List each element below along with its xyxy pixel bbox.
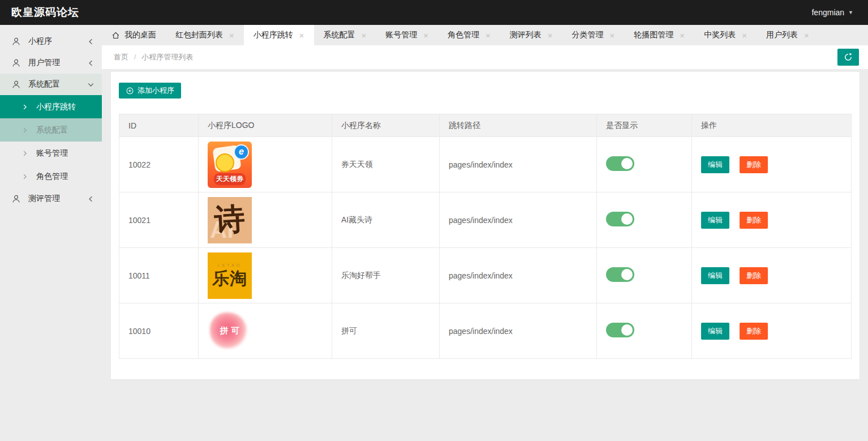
cell-path: pages/index/index (440, 137, 597, 192)
cell-visible (597, 192, 692, 248)
tab[interactable]: 角色管理 × (438, 25, 500, 45)
toggle-knob (621, 269, 633, 280)
person-icon (11, 80, 21, 89)
sidebar-item[interactable]: 系统配置 (0, 74, 102, 95)
cell-name: 券天天领 (332, 137, 440, 192)
logo-text: 乐淘 (212, 267, 247, 290)
breadcrumb-home[interactable]: 首页 (114, 52, 128, 62)
chevron-right-icon (22, 151, 28, 156)
sidebar-subitem-label: 系统配置 (36, 125, 68, 135)
top-bar: 欧皇源码论坛 fengmian ▼ (0, 0, 868, 25)
sidebar-subitem-label: 小程序跳转 (36, 102, 76, 112)
logo-text: 拼可 (217, 326, 243, 336)
tab[interactable]: 小程序跳转 × (244, 25, 314, 45)
sidebar: 小程序 用户管理 系统配置 (0, 25, 102, 441)
tab-label: 红包封面列表 (175, 30, 223, 40)
cell-actions: 编辑 删除 (692, 248, 852, 303)
toggle-knob (621, 213, 633, 225)
cell-id: 10010 (119, 303, 199, 359)
chevron-right-icon (22, 174, 28, 179)
refresh-icon (843, 52, 853, 62)
cell-name: 乐淘好帮手 (332, 248, 440, 303)
sidebar-subitem[interactable]: 账号管理 (0, 142, 102, 165)
tab-bar: 我的桌面 红包封面列表 × 小程序跳转 × 系统配置 × 账号管理 × 角色管理… (102, 25, 868, 45)
sidebar-item[interactable]: 小程序 (0, 31, 102, 52)
visibility-toggle[interactable] (606, 267, 634, 282)
refresh-button[interactable] (837, 49, 859, 66)
delete-button[interactable]: 删除 (740, 267, 768, 284)
cell-path: pages/index/index (440, 303, 597, 359)
sidebar-item-label: 测评管理 (28, 194, 60, 204)
tab[interactable]: 测评列表 × (500, 25, 562, 45)
jump-path: pages/index/index (449, 327, 513, 336)
tab[interactable]: 账号管理 × (376, 25, 438, 45)
chevron-icon (88, 82, 94, 88)
cell-logo: AI 诗 (199, 192, 332, 248)
visibility-toggle[interactable] (606, 212, 634, 226)
sidebar-subitem-label: 账号管理 (36, 148, 68, 159)
tab-label: 测评列表 (510, 30, 542, 40)
tab-label: 账号管理 (385, 30, 417, 40)
col-header-id: ID (119, 114, 199, 137)
logo-subtext: LETAO (218, 263, 242, 267)
col-header-path: 跳转路径 (440, 114, 597, 137)
toggle-knob (621, 158, 633, 169)
add-miniapp-label: 添加小程序 (137, 85, 174, 96)
tab-close-icon[interactable]: × (423, 31, 428, 40)
cell-visible (597, 137, 692, 192)
edit-button[interactable]: 编辑 (701, 212, 729, 229)
table-row: 10011 LETAO 乐淘 乐淘好帮手 pages/index/index 编… (119, 248, 852, 303)
miniapp-table: ID 小程序LOGO 小程序名称 跳转路径 是否显示 操作 10022 天天领券… (119, 114, 852, 359)
visibility-toggle[interactable] (606, 323, 634, 337)
cell-path: pages/index/index (440, 248, 597, 303)
tab-close-icon[interactable]: × (229, 31, 234, 40)
sidebar-subitem[interactable]: 小程序跳转 (0, 95, 102, 118)
delete-button[interactable]: 删除 (740, 212, 768, 229)
table-row: 10022 天天领券 e 券天天领 pages/index/index 编辑 删… (119, 137, 852, 192)
miniapp-name: 拼可 (341, 326, 357, 335)
breadcrumb-current: 小程序管理列表 (141, 52, 193, 62)
cell-path: pages/index/index (440, 192, 597, 248)
sidebar-subitem[interactable]: 角色管理 (0, 165, 102, 188)
user-menu[interactable]: fengmian ▼ (811, 8, 868, 17)
logo-text: 天天领券 (214, 173, 246, 185)
tab[interactable]: 系统配置 × (314, 25, 376, 45)
cell-logo: 天天领券 e (199, 137, 332, 192)
tab-close-icon[interactable]: × (610, 31, 615, 40)
content-card: 添加小程序 ID 小程序LOGO 小程序名称 跳转路径 是否显示 操作 1002… (111, 72, 860, 379)
tab-close-icon[interactable]: × (680, 31, 685, 40)
col-header-actions: 操作 (692, 114, 852, 137)
col-header-visible: 是否显示 (597, 114, 692, 137)
visibility-toggle[interactable] (606, 156, 634, 171)
sidebar-item-label: 系统配置 (28, 79, 60, 89)
edit-button[interactable]: 编辑 (701, 156, 729, 173)
tab[interactable]: 红包封面列表 × (166, 25, 244, 45)
tab-close-icon[interactable]: × (485, 31, 491, 40)
miniapp-logo: LETAO 乐淘 (208, 252, 252, 299)
tab[interactable]: 轮播图管理 × (624, 25, 694, 45)
tab[interactable]: 我的桌面 (102, 25, 166, 45)
tab[interactable]: 分类管理 × (562, 25, 625, 45)
tab-close-icon[interactable]: × (299, 31, 304, 40)
sidebar-subitem[interactable]: 系统配置 (0, 118, 102, 142)
tab-close-icon[interactable]: × (804, 31, 809, 40)
tab-close-icon[interactable]: × (362, 31, 367, 40)
miniapp-id: 10022 (128, 160, 151, 169)
delete-button[interactable]: 删除 (740, 323, 768, 340)
tab-close-icon[interactable]: × (742, 31, 747, 40)
cell-actions: 编辑 删除 (692, 137, 852, 192)
sidebar-menu: 小程序 用户管理 系统配置 (0, 31, 102, 209)
sidebar-item[interactable]: 测评管理 (0, 188, 102, 209)
edit-button[interactable]: 编辑 (701, 323, 729, 340)
app-title: 欧皇源码论坛 (0, 5, 79, 20)
plus-circle-icon (126, 87, 134, 95)
edit-button[interactable]: 编辑 (701, 267, 729, 284)
tab[interactable]: 中奖列表 × (694, 25, 757, 45)
cell-name: AI藏头诗 (332, 192, 440, 248)
delete-button[interactable]: 删除 (740, 156, 768, 173)
tab[interactable]: 用户列表 × (757, 25, 819, 45)
tab-close-icon[interactable]: × (548, 31, 553, 40)
add-miniapp-button[interactable]: 添加小程序 (119, 83, 181, 99)
sidebar-item[interactable]: 用户管理 (0, 52, 102, 74)
tab-label: 用户列表 (766, 30, 798, 40)
